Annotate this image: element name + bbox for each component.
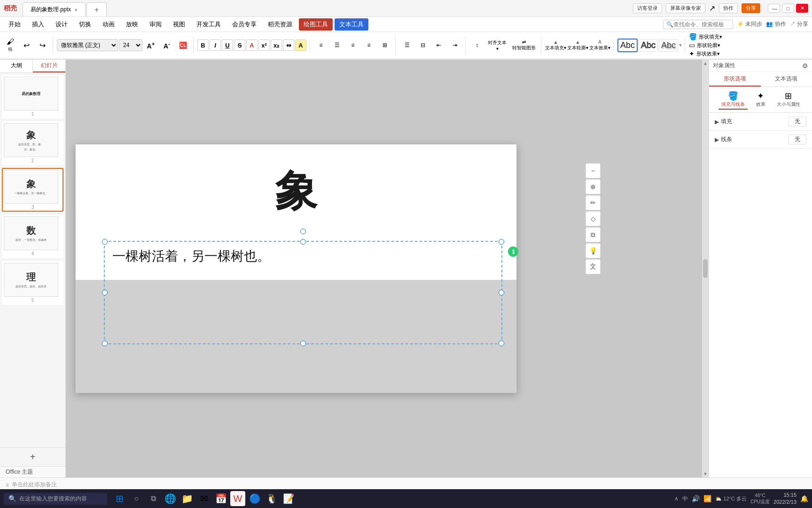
fill-and-line-sub-tab[interactable]: 🪣 填充与线条: [718, 90, 748, 110]
shape-outline-btn[interactable]: 形状轮廓▾: [697, 42, 720, 49]
indent-decrease-btn[interactable]: ⇤: [431, 36, 446, 54]
share-icon[interactable]: ↗: [709, 4, 715, 13]
float-lasso-btn[interactable]: ◇: [586, 211, 601, 226]
slide-thumb-4[interactable]: 数 超炬，一有数也。加减来 4: [2, 214, 63, 258]
align-right-btn[interactable]: ≡: [345, 36, 360, 54]
info-btn[interactable]: ℹ: [508, 246, 518, 257]
maximize-btn[interactable]: □: [782, 4, 794, 13]
share-btn[interactable]: 分享: [742, 3, 760, 13]
numbering-btn[interactable]: ⊟: [415, 36, 430, 54]
text-style-more-btn[interactable]: ▾: [679, 42, 682, 48]
collaborate-menu-btn[interactable]: 👥 协作: [766, 20, 786, 28]
align-center-btn[interactable]: ☰: [329, 36, 344, 54]
canvas-area[interactable]: 象 一棵树活着，另一棵树也。: [66, 60, 709, 477]
indent-increase-btn[interactable]: ⇥: [447, 36, 462, 54]
subscript-btn[interactable]: x₂: [271, 40, 282, 51]
scroll-down-arrow[interactable]: ▼: [703, 471, 708, 476]
text-style-box-2[interactable]: Abc: [639, 39, 658, 52]
clear-format-btn[interactable]: 🆑: [175, 36, 190, 54]
rotate-handle[interactable]: [300, 229, 306, 234]
redo-btn[interactable]: ↪: [35, 36, 50, 54]
scroll-up-arrow[interactable]: ▲: [703, 61, 708, 66]
text-outline-btn[interactable]: 文本轮廓▾: [567, 45, 588, 51]
superscript-btn[interactable]: x²: [258, 40, 270, 51]
menu-slideshow[interactable]: 放映: [121, 18, 143, 31]
font-size-select[interactable]: 24: [119, 39, 142, 51]
size-props-sub-tab[interactable]: ⊞ 大小与属性: [774, 90, 803, 110]
taskbar-calendar-btn[interactable]: 📅: [213, 491, 228, 506]
text-effect-btn[interactable]: 文本效果▾: [589, 45, 610, 51]
taskbar-taskview-btn[interactable]: ⧉: [146, 491, 161, 506]
shape-fill-btn[interactable]: 形状填充▾: [699, 33, 722, 40]
align-left-btn[interactable]: ≡: [313, 36, 328, 54]
ime-indicator[interactable]: 中: [682, 495, 688, 503]
taskbar-explorer-btn[interactable]: 📁: [180, 491, 195, 506]
share-menu-btn[interactable]: ↗ 分享: [790, 20, 808, 28]
active-tab[interactable]: 易的象数理.pptx ●: [23, 2, 86, 16]
right-panel-settings-icon[interactable]: ⚙: [802, 62, 808, 70]
format-painter-btn[interactable]: 🖌 格: [3, 36, 18, 54]
shape-effect-btn[interactable]: 形状效果▾: [696, 50, 720, 57]
float-bulb-btn[interactable]: 💡: [586, 243, 601, 258]
handle-mid-right[interactable]: [499, 290, 504, 295]
taskbar-search-btn[interactable]: ○: [129, 491, 144, 506]
handle-bot-center[interactable]: [300, 341, 306, 346]
search-box[interactable]: 🔍: [663, 20, 733, 29]
float-layers-btn[interactable]: ⊕: [586, 179, 601, 194]
undo-btn[interactable]: ↩: [19, 36, 34, 54]
handle-bot-right[interactable]: [499, 341, 504, 346]
col-layout-btn[interactable]: ⊞: [377, 36, 392, 54]
highlight-btn[interactable]: A: [295, 40, 306, 51]
datetime[interactable]: 15:15 2022/2/13: [773, 492, 796, 506]
notification-btn[interactable]: 🔔: [800, 495, 808, 502]
add-slide-btn[interactable]: +: [0, 447, 65, 466]
convert-smartart-btn[interactable]: ⇄ 转智能图形: [510, 36, 538, 54]
taskbar-mail-btn[interactable]: ✉: [196, 491, 211, 506]
text-style-box-1[interactable]: Abc: [617, 39, 638, 52]
increase-font-btn[interactable]: A+: [143, 36, 158, 54]
tab-close-icon[interactable]: ●: [75, 7, 78, 12]
taskbar-qq-btn[interactable]: 🐧: [264, 491, 279, 506]
menu-animation[interactable]: 动画: [98, 18, 119, 31]
align-justify-btn[interactable]: ≡: [361, 36, 376, 54]
scroll-right[interactable]: ▲ ▼: [702, 60, 709, 477]
handle-bot-left[interactable]: [102, 341, 108, 346]
bullets-btn[interactable]: ☰: [399, 36, 414, 54]
shape-options-tab[interactable]: 形状选项: [709, 72, 761, 87]
network-icon[interactable]: 📶: [703, 495, 711, 502]
bold-btn[interactable]: B: [197, 40, 209, 51]
handle-mid-left[interactable]: [102, 290, 108, 295]
screen-record-btn[interactable]: 屏幕录像专家: [666, 3, 705, 13]
search-input[interactable]: [673, 21, 730, 28]
scroll-thumb-v[interactable]: [703, 259, 708, 278]
text-box-selected[interactable]: 一棵树活着，另一棵树也。 ℹ: [104, 241, 502, 344]
char-spacing-btn[interactable]: ⇔: [283, 40, 294, 51]
taskbar-writer-btn[interactable]: 📝: [281, 491, 296, 506]
effects-sub-tab[interactable]: ✦ 效果: [753, 90, 768, 110]
decrease-font-btn[interactable]: A-: [159, 36, 174, 54]
fill-row[interactable]: ▶ 填充 无: [709, 113, 812, 130]
menu-daoke[interactable]: 稻壳资源: [263, 18, 297, 31]
font-color-btn[interactable]: A: [246, 40, 258, 51]
slide-thumb-1[interactable]: 易的象数理 1: [2, 75, 63, 119]
menu-design[interactable]: 设计: [51, 18, 72, 31]
menu-dev[interactable]: 开发工具: [192, 18, 226, 31]
menu-text-tools[interactable]: 文本工具: [335, 18, 368, 31]
taskbar-search[interactable]: 🔍 在这里输入您要搜索的内容: [4, 493, 107, 505]
taskbar-windows-btn[interactable]: ⊞: [112, 491, 127, 506]
menu-member[interactable]: 会员专享: [227, 18, 261, 31]
collaborate-btn[interactable]: 协作: [719, 3, 738, 13]
menu-view[interactable]: 视图: [168, 18, 190, 31]
handle-top-right[interactable]: [499, 239, 504, 245]
handle-top-center[interactable]: [300, 239, 306, 245]
visitor-login-btn[interactable]: 访客登录: [633, 3, 662, 13]
taskbar-chrome-btn[interactable]: 🔵: [247, 491, 262, 506]
text-fill-btn[interactable]: 文本填充▾: [545, 45, 566, 51]
float-copy-btn[interactable]: ⧉: [586, 227, 601, 242]
underline-btn[interactable]: U: [222, 40, 233, 51]
font-family-select[interactable]: 微软雅黑 (正文): [57, 39, 118, 51]
close-btn[interactable]: ✕: [796, 4, 808, 13]
taskbar-wps-btn[interactable]: W: [230, 491, 245, 506]
text-options-tab[interactable]: 文本选项: [761, 72, 812, 87]
text-style-box-3[interactable]: Abc: [659, 39, 678, 52]
